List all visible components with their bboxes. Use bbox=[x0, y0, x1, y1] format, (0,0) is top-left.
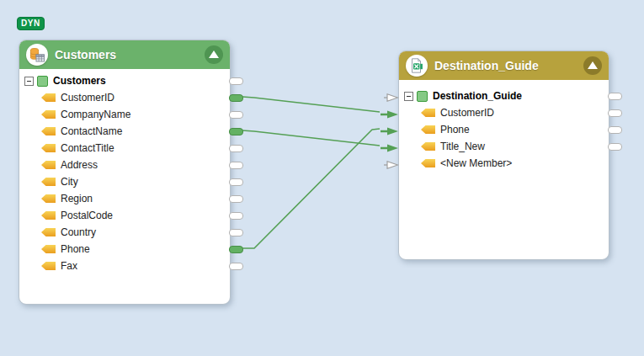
output-port-white[interactable] bbox=[229, 178, 243, 186]
input-port-green-arrow[interactable] bbox=[381, 125, 399, 135]
output-port-white[interactable] bbox=[229, 162, 243, 169]
tree-field-row[interactable]: Fax bbox=[19, 258, 230, 274]
tree-field-row[interactable]: CompanyName bbox=[19, 106, 230, 123]
table-header[interactable]: Customers bbox=[19, 40, 230, 69]
collapse-expander-icon[interactable] bbox=[404, 92, 413, 101]
output-port-white[interactable] bbox=[229, 77, 243, 85]
output-port-white[interactable] bbox=[229, 229, 243, 236]
output-port-white[interactable] bbox=[229, 111, 243, 119]
tree-field-row[interactable]: Title_New bbox=[399, 138, 609, 155]
tree-root-row[interactable]: Destination_Guide bbox=[399, 88, 609, 104]
output-port-green[interactable] bbox=[229, 94, 243, 102]
field-tag-icon bbox=[41, 93, 56, 102]
field-tag-icon bbox=[41, 228, 56, 236]
tree-field-row[interactable]: CustomerID bbox=[399, 104, 609, 121]
tree-field-row[interactable]: PostalCode bbox=[19, 207, 230, 224]
output-port-white[interactable] bbox=[229, 212, 243, 220]
collapse-button[interactable] bbox=[205, 45, 223, 64]
output-port-green[interactable] bbox=[229, 128, 243, 135]
tree-field-row[interactable]: Address bbox=[19, 157, 230, 173]
row-label: CustomerID bbox=[440, 104, 494, 121]
dyn-badge: DYN bbox=[17, 17, 45, 30]
row-label: ContactName bbox=[61, 123, 122, 140]
field-tag-icon bbox=[41, 127, 56, 135]
row-label: Fax bbox=[61, 258, 77, 274]
tree-field-row[interactable]: ContactTitle bbox=[19, 140, 230, 157]
collapse-expander-icon[interactable] bbox=[24, 77, 34, 86]
row-label: Address bbox=[61, 157, 98, 173]
input-port-hollow-arrow[interactable] bbox=[381, 91, 399, 101]
row-label: Phone bbox=[440, 121, 470, 138]
mapping-connection[interactable] bbox=[242, 97, 380, 112]
table-title: Customers bbox=[55, 48, 205, 61]
tree-field-row[interactable]: Region bbox=[19, 190, 230, 207]
row-label: Country bbox=[61, 224, 96, 241]
input-port-hollow-arrow[interactable] bbox=[381, 158, 399, 168]
input-port-green-arrow[interactable] bbox=[381, 141, 399, 151]
row-label: Region bbox=[61, 190, 93, 207]
field-tag-icon bbox=[421, 142, 435, 151]
field-tag-icon bbox=[41, 110, 56, 119]
row-label: Phone bbox=[61, 241, 90, 258]
tree-field-row[interactable]: <New Member> bbox=[399, 155, 609, 172]
tree-field-row[interactable]: Phone bbox=[19, 241, 230, 258]
output-port-white[interactable] bbox=[608, 126, 622, 134]
input-port-green-arrow[interactable] bbox=[381, 108, 399, 118]
table-customers[interactable]: CustomersCustomersCustomerIDCompanyNameC… bbox=[19, 40, 231, 305]
field-tag-icon bbox=[421, 109, 435, 117]
output-port-white[interactable] bbox=[229, 263, 243, 270]
tree-rows: CustomersCustomerIDCompanyNameContactNam… bbox=[19, 69, 230, 274]
table-header[interactable]: Destination_Guide bbox=[399, 51, 609, 80]
tree-field-row[interactable]: Country bbox=[19, 224, 230, 241]
excel-file-icon bbox=[406, 55, 428, 77]
row-label: PostalCode bbox=[61, 207, 113, 224]
tree-field-row[interactable]: Phone bbox=[399, 121, 609, 138]
mapping-canvas: DYN CustomersCustomersCustomerIDCompanyN… bbox=[0, 0, 644, 356]
field-tag-icon bbox=[421, 125, 435, 134]
field-tag-icon bbox=[41, 194, 56, 203]
row-label: CompanyName bbox=[61, 106, 130, 123]
triangle-up-icon bbox=[209, 50, 219, 58]
tree-field-row[interactable]: CustomerID bbox=[19, 89, 230, 106]
row-label: CustomerID bbox=[61, 89, 114, 106]
field-tag-icon bbox=[41, 262, 56, 270]
row-label: Title_New bbox=[440, 138, 485, 155]
database-table-icon bbox=[26, 44, 48, 66]
field-tag-icon bbox=[41, 211, 56, 220]
row-label: ContactTitle bbox=[61, 140, 114, 157]
row-label: Customers bbox=[53, 72, 106, 89]
output-port-white[interactable] bbox=[608, 93, 622, 100]
output-port-white[interactable] bbox=[608, 109, 622, 117]
collapse-button[interactable] bbox=[583, 56, 602, 75]
mapping-connection[interactable] bbox=[242, 129, 380, 248]
table-node-icon bbox=[37, 76, 48, 87]
field-tag-icon bbox=[421, 159, 435, 167]
output-port-white[interactable] bbox=[608, 143, 622, 151]
output-port-white[interactable] bbox=[229, 145, 243, 152]
row-label: <New Member> bbox=[440, 155, 512, 172]
table-destination-guide[interactable]: Destination_GuideDestination_GuideCustom… bbox=[398, 50, 609, 260]
triangle-up-icon bbox=[588, 61, 598, 69]
field-tag-icon bbox=[41, 178, 56, 186]
tree-field-row[interactable]: ContactName bbox=[19, 123, 230, 140]
output-port-white[interactable] bbox=[229, 195, 243, 203]
field-tag-icon bbox=[41, 161, 56, 169]
output-port-green[interactable] bbox=[229, 246, 243, 253]
field-tag-icon bbox=[41, 144, 56, 152]
field-tag-icon bbox=[41, 245, 56, 253]
row-label: City bbox=[61, 173, 78, 190]
table-node-icon bbox=[417, 91, 428, 102]
table-title: Destination_Guide bbox=[434, 59, 583, 72]
tree-field-row[interactable]: City bbox=[19, 173, 230, 190]
tree-rows: Destination_GuideCustomerIDPhoneTitle_Ne… bbox=[399, 80, 609, 172]
tree-root-row[interactable]: Customers bbox=[19, 72, 230, 89]
row-label: Destination_Guide bbox=[433, 88, 522, 104]
